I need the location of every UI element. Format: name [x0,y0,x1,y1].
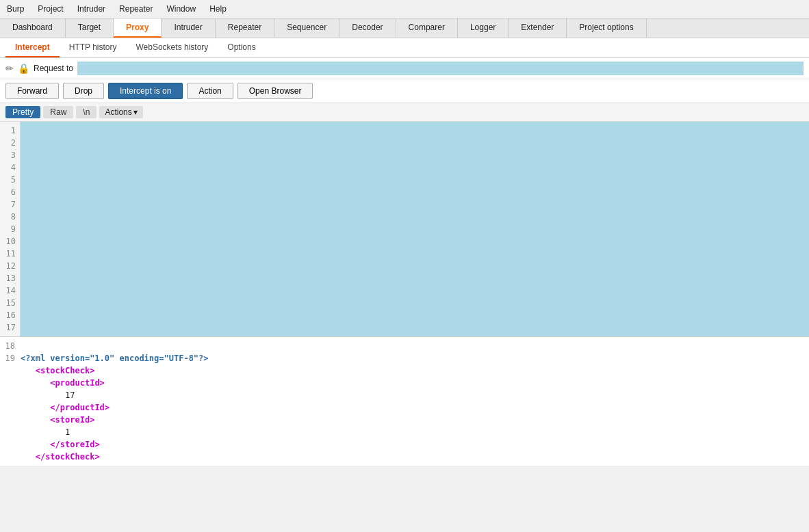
line-content-sc-close: </stockCheck> [21,451,100,463]
tab-dashboard[interactable]: Dashboard [0,18,66,38]
code-row-pid-open: <productId> [0,377,804,389]
action-button[interactable]: Action [187,83,233,99]
request-url-input[interactable] [77,62,804,75]
code-row-sc-close: </stockCheck> [0,451,804,463]
line-num-18: 18 [0,340,21,352]
menu-help[interactable]: Help [203,1,233,16]
menu-bar: Burp Project Intruder Repeater Window He… [0,0,809,18]
editor-tab-pretty[interactable]: Pretty [5,106,40,118]
editor-toolbar: Pretty Raw \n Actions ▾ [0,103,809,122]
menu-repeater[interactable]: Repeater [112,1,159,16]
actions-dropdown[interactable]: Actions ▾ [99,106,142,118]
line-content-sc-open: <stockCheck> [21,364,94,377]
menu-burp[interactable]: Burp [0,1,31,16]
pencil-icon[interactable]: ✏ [5,63,14,74]
code-row-sid-open: <storeId> [0,414,804,426]
open-browser-button[interactable]: Open Browser [237,83,313,99]
tab-decoder[interactable]: Decoder [339,18,396,38]
line-content-pid-val: 17 [21,389,75,401]
editor-tab-raw[interactable]: Raw [43,106,73,118]
action-bar: Forward Drop Intercept is on Action Open… [0,79,809,103]
tab-sequencer[interactable]: Sequencer [274,18,339,38]
tab-logger[interactable]: Logger [458,18,509,38]
code-row-pid-val: 17 [0,389,804,401]
code-area: 18 19 <?xml version="1.0" encoding="UTF-… [0,337,809,466]
tab-target[interactable]: Target [66,18,114,38]
chevron-down-icon: ▾ [133,107,138,117]
tab-intruder[interactable]: Intruder [162,18,215,38]
line-content-19: <?xml version="1.0" encoding="UTF-8"?> [21,352,209,364]
subtab-options[interactable]: Options [218,38,265,57]
intercept-toggle-button[interactable]: Intercept is on [108,83,183,99]
request-bar: ✏ 🔒 Request to [0,58,809,79]
line-content-pid-close: </productId> [21,401,110,414]
forward-button[interactable]: Forward [5,83,59,99]
line-numbers: 1 2 3 4 5 6 7 8 9 10 11 12 13 14 15 16 1… [0,122,21,336]
line-content-sid-val: 1 [21,426,70,438]
subtab-websockets-history[interactable]: WebSockets history [126,38,218,57]
drop-button[interactable]: Drop [63,83,104,99]
main-tabs: Dashboard Target Proxy Intruder Repeater… [0,18,809,38]
tab-repeater[interactable]: Repeater [216,18,274,38]
tab-extender[interactable]: Extender [509,18,567,38]
code-row-pid-close: </productId> [0,401,804,414]
editor-content[interactable] [21,122,809,336]
line-num-19: 19 [0,352,21,364]
code-row-sid-val: 1 [0,426,804,438]
tab-project-options[interactable]: Project options [567,18,646,38]
tab-comparer[interactable]: Comparer [396,18,458,38]
editor-area: 1 2 3 4 5 6 7 8 9 10 11 12 13 14 15 16 1… [0,122,809,337]
menu-window[interactable]: Window [159,1,203,16]
editor-tab-newline[interactable]: \n [76,106,97,118]
subtab-intercept[interactable]: Intercept [5,38,60,57]
code-row-sc-open: <stockCheck> [0,364,804,377]
code-row-19: 19 <?xml version="1.0" encoding="UTF-8"?… [0,352,804,364]
request-label: Request to [34,64,73,73]
line-content-sid-open: <storeId> [21,414,94,426]
code-row-sid-close: </storeId> [0,438,804,451]
sub-tabs: Intercept HTTP history WebSockets histor… [0,38,809,58]
tab-proxy[interactable]: Proxy [114,18,162,38]
line-content-sid-close: </storeId> [21,438,100,451]
menu-intruder[interactable]: Intruder [70,1,112,16]
lock-icon: 🔒 [18,63,29,74]
line-content-pid-open: <productId> [21,377,105,389]
subtab-http-history[interactable]: HTTP history [60,38,127,57]
menu-project[interactable]: Project [31,1,70,16]
code-row-18: 18 [0,340,804,352]
actions-dropdown-label: Actions [105,107,131,117]
